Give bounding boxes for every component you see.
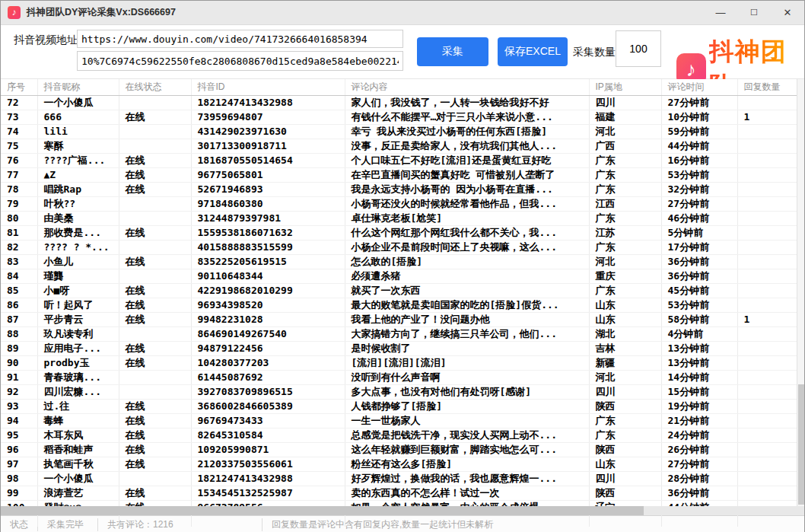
cell-index: 83: [1, 254, 37, 269]
cell-status: 在线: [119, 182, 191, 196]
cell-comment: 小杨企业不是前段时间还上了央视嘛，这么...: [345, 240, 589, 254]
cell-replies: [737, 341, 798, 355]
cell-time: 53分钟前: [661, 167, 737, 182]
cell-comment: 一生一世杨家人: [345, 413, 589, 428]
table-row[interactable]: 74lili431429023971630幸亏 我从来没买过小杨哥的任何东西[捂…: [1, 124, 798, 139]
column-header-id[interactable]: 抖音ID: [191, 79, 345, 95]
cell-status: [119, 124, 191, 139]
cell-nickname: 毒蜂: [37, 413, 119, 428]
cell-index: 95: [1, 428, 37, 442]
cell-replies: [737, 225, 798, 240]
cell-replies: [737, 139, 798, 153]
cell-comment: 怎么敢的[捂脸]: [345, 254, 589, 269]
table-row[interactable]: 95木耳东风在线82645310584总感觉是把钱洗干净，现实没人买网上动不..…: [1, 428, 798, 442]
table-row[interactable]: 98一个小傻瓜1821247413432988好歹辉煌过，换做我的话，我也愿意辉…: [1, 471, 798, 486]
cell-replies: 1: [737, 312, 798, 327]
cell-status: [119, 269, 191, 283]
cell-nickname: 应用电子...: [37, 341, 119, 355]
empty-cell: [119, 514, 191, 527]
cell-time: 13分钟前: [661, 355, 737, 370]
table-row[interactable]: 87平步青云在线99482231028我看上他的产业了！没问题办他山东58分钟前…: [1, 312, 798, 327]
table-row[interactable]: 84瑾龔90110648344必须遭杀猪重庆36分钟前: [1, 269, 798, 283]
cell-status: 在线: [119, 442, 191, 457]
cell-replies: [737, 442, 798, 457]
table-row[interactable]: 93过.往在线3686002846605389人钱都挣够了[捂脸]陕西19分钟前: [1, 399, 798, 413]
cell-nickname: 小■呀: [37, 283, 119, 298]
cell-ip: 陕西: [589, 399, 661, 413]
table-row[interactable]: 89应用电子...在线94879122456是时候收割了吉林13分钟前: [1, 341, 798, 355]
collect-count-input[interactable]: [616, 30, 661, 67]
table-row[interactable]: 88玖凡读专利864690149267540大家搞错方向了，继续搞三只羊公司，他…: [1, 327, 798, 341]
table-row[interactable]: 72一个小傻瓜1821247413432988家人们，我没钱了，一人转一块钱给我…: [1, 95, 798, 110]
table-row[interactable]: 99浪涛萱艺在线1534545132525987卖的东西真的不怎么样！试过一次陕…: [1, 486, 798, 500]
table-row[interactable]: 82???? ? *...4015888883515599小杨企业不是前段时间还…: [1, 240, 798, 254]
table-row[interactable]: 75寒酥301713300918711没事，反正是卖给家人，没有坑我们其他人..…: [1, 139, 798, 153]
cell-id: 52671946893: [191, 182, 345, 196]
table-row[interactable]: 77▲Z在线96775065801在辛巴直播间买的蟹真好吃 可惜被别人垄断了广东…: [1, 167, 798, 182]
table-row[interactable]: 96稻香和蛙声在线109205990871这么年轻就赚到巨额财富，脚踏实地怎么可…: [1, 442, 798, 457]
vertical-scrollbar-thumb[interactable]: [798, 384, 804, 505]
title-bar: ♪ 抖神团队DY评论采集Vx:DS666697 — ☐ ✕: [1, 1, 804, 25]
cell-nickname: 稻香和蛙声: [37, 442, 119, 457]
cell-nickname: 一个小傻瓜: [37, 95, 119, 110]
table-row[interactable]: 97执笔画千秋在线2120337503556061粉丝还有这么多[捂脸]山东27…: [1, 457, 798, 471]
table-row[interactable]: 85小■呀在线4229198682010299就买了一次东西广东45分钟前: [1, 283, 798, 298]
horizontal-scrollbar-thumb[interactable]: [1, 506, 644, 515]
video-url-input[interactable]: [77, 30, 403, 48]
table-row[interactable]: 91青春玻璃...61445087692没听到有什么声音啊河北14分钟前: [1, 370, 798, 384]
cookie-input[interactable]: [77, 51, 403, 71]
cell-status: 在线: [119, 399, 191, 413]
column-header-comment[interactable]: 评论内容: [345, 79, 589, 95]
empty-cell: [345, 514, 589, 527]
toolbar: 抖音视频地址 采集 保存EXCEL 采集数量 ♪ 抖神团队: [1, 25, 804, 79]
collect-button[interactable]: 采集: [417, 37, 488, 66]
cell-time: 32分钟前: [661, 182, 737, 196]
cell-ip: 河北: [589, 370, 661, 384]
horizontal-scrollbar[interactable]: [1, 506, 804, 515]
cell-id: 1821247413432988: [191, 471, 345, 486]
cell-comment: 好歹辉煌过，换做我的话，我也愿意辉煌一...: [345, 471, 589, 486]
table-row[interactable]: 78唱跳Rap在线52671946893我是永远支持小杨哥的 因为小杨哥在直播.…: [1, 182, 798, 196]
cell-replies: [737, 428, 798, 442]
table-row[interactable]: 80由美桑31244879397981卓仕琳克老板[尬笑]广东46分钟前: [1, 211, 798, 225]
column-header-status[interactable]: 在线状态: [119, 79, 191, 95]
column-header-replies[interactable]: 回复数量: [737, 79, 798, 95]
cell-ip: 陕西: [589, 486, 661, 500]
cell-comment: 人钱都挣够了[捂脸]: [345, 399, 589, 413]
cell-replies: [737, 471, 798, 486]
cell-ip: 四川: [589, 95, 661, 110]
cell-ip: 广东: [589, 240, 661, 254]
table-row[interactable]: 73666在线73959694807有钱什么不能摆平…对于三只小羊来说小意...…: [1, 110, 798, 124]
column-header-nickname[interactable]: 抖音昵称: [37, 79, 119, 95]
minimize-button minimize-icon[interactable]: —: [704, 1, 737, 25]
empty-cell: [37, 514, 119, 527]
table-row[interactable]: 81那收费是...在线1559538186071632什么这个网红那个网红我什么…: [1, 225, 798, 240]
save-excel-button[interactable]: 保存EXCEL: [498, 37, 568, 66]
cell-comment: 就买了一次东西: [345, 283, 589, 298]
table-row[interactable]: 79叶秋??97184860380小杨哥还没火的时候就经常看他作品，但我...江…: [1, 196, 798, 211]
cell-index: 85: [1, 283, 37, 298]
table-row[interactable]: 92四川宏糠...3927083709896515多大点事，也没有对他们有处罚呀…: [1, 384, 798, 399]
close-button close-icon[interactable]: ✕: [771, 1, 804, 25]
cell-nickname: 四川宏糠...: [37, 384, 119, 399]
table-row[interactable]: 86听！起风了在线96934398520最大的败笔就是卖咱国家的吃的[捂脸]假货…: [1, 298, 798, 312]
table-row[interactable]: 94毒蜂在线96769473433一生一世杨家人广东21分钟前: [1, 413, 798, 428]
column-header-time[interactable]: 评论时间: [661, 79, 737, 95]
cell-replies: [737, 298, 798, 312]
column-header-index[interactable]: 序号: [1, 79, 37, 95]
column-header-ip[interactable]: IP属地: [589, 79, 661, 95]
cell-status: [119, 327, 191, 341]
cell-time: 28分钟前: [661, 471, 737, 486]
table-row[interactable]: 90prodby玉在线104280377203[流泪][流泪][流泪]新疆13分…: [1, 355, 798, 370]
cell-replies: [737, 370, 798, 384]
table-row[interactable]: 76????广福...在线1816870550514654个人口味五仁不好吃[流…: [1, 153, 798, 167]
table-row[interactable]: 83小鱼儿在线835225205619515怎么敢的[捂脸]河北36分钟前: [1, 254, 798, 269]
cell-time: 21分钟前: [661, 413, 737, 428]
cell-index: 92: [1, 384, 37, 399]
cell-id: 1816870550514654: [191, 153, 345, 167]
maximize-button maximize-icon[interactable]: ☐: [737, 1, 771, 25]
vertical-scrollbar[interactable]: [797, 79, 804, 506]
cell-comment: 总感觉是把钱洗干净，现实没人买网上动不...: [345, 428, 589, 442]
cell-status: [119, 211, 191, 225]
collect-count-label: 采集数量: [573, 37, 616, 66]
